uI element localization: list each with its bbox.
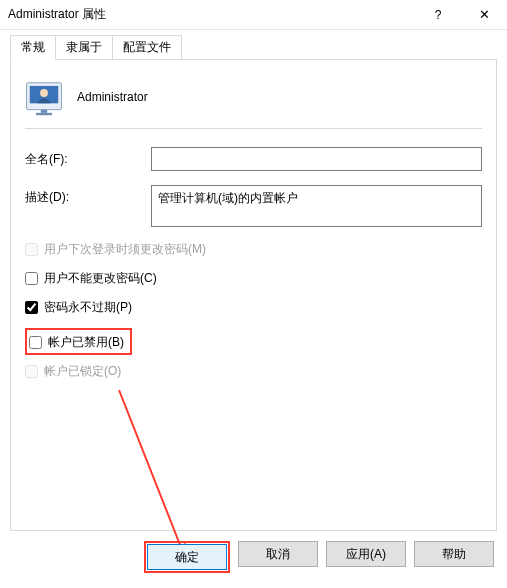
- property-sheet: 常规 隶属于 配置文件 Administrator: [10, 37, 497, 579]
- check-account-locked: 帐户已锁定(O): [25, 363, 482, 380]
- tab-strip: 常规 隶属于 配置文件: [10, 37, 497, 59]
- check-must-change-password: 用户下次登录时须更改密码(M): [25, 241, 482, 258]
- check-cannot-change-password-box[interactable]: [25, 272, 38, 285]
- svg-point-2: [40, 89, 48, 97]
- check-cannot-change-password[interactable]: 用户不能更改密码(C): [25, 270, 482, 287]
- window-title: Administrator 属性: [8, 6, 415, 23]
- check-password-never-expires-box[interactable]: [25, 301, 38, 314]
- apply-button[interactable]: 应用(A): [326, 541, 406, 567]
- check-account-locked-box: [25, 365, 38, 378]
- tab-general[interactable]: 常规: [10, 35, 56, 60]
- tab-memberof[interactable]: 隶属于: [55, 35, 113, 59]
- svg-line-5: [119, 390, 186, 560]
- help-button[interactable]: ?: [415, 0, 461, 30]
- ok-button[interactable]: 确定: [147, 544, 227, 570]
- fullname-label: 全名(F):: [25, 147, 151, 168]
- close-button[interactable]: ✕: [461, 0, 507, 30]
- help-button-bottom[interactable]: 帮助: [414, 541, 494, 567]
- check-must-change-password-box: [25, 243, 38, 256]
- description-label: 描述(D):: [25, 185, 151, 206]
- highlight-ok-button: 确定: [144, 541, 230, 573]
- fullname-input[interactable]: [151, 147, 482, 171]
- cancel-button[interactable]: 取消: [238, 541, 318, 567]
- tab-panel-general: Administrator 全名(F): 描述(D): 管理计算机(域)的内置帐…: [10, 59, 497, 531]
- svg-rect-4: [36, 113, 52, 115]
- account-name: Administrator: [77, 90, 148, 104]
- title-bar: Administrator 属性 ? ✕: [0, 0, 507, 30]
- description-input[interactable]: 管理计算机(域)的内置帐户: [151, 185, 482, 227]
- check-password-never-expires[interactable]: 密码永不过期(P): [25, 299, 482, 316]
- check-account-disabled-box[interactable]: [29, 336, 42, 349]
- highlight-account-disabled: 帐户已禁用(B): [25, 328, 132, 355]
- user-icon: [25, 78, 63, 116]
- svg-rect-3: [41, 110, 47, 113]
- check-account-disabled[interactable]: 帐户已禁用(B): [29, 334, 124, 351]
- tab-profile[interactable]: 配置文件: [112, 35, 182, 59]
- dialog-buttons: 确定 取消 应用(A) 帮助: [10, 541, 497, 573]
